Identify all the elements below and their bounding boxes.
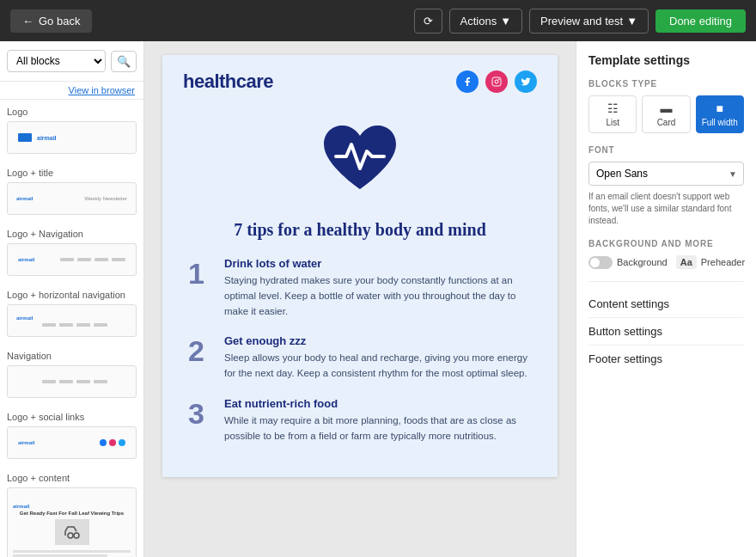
instagram-icon[interactable]: [485, 70, 508, 93]
blocks-filter-select[interactable]: All blocks: [7, 50, 106, 72]
block-label-logo-content: Logo + content: [7, 473, 137, 483]
card-icon: ▬: [660, 101, 672, 115]
content-settings-link[interactable]: Content settings: [588, 291, 744, 318]
svg-point-3: [495, 80, 498, 83]
block-section-logo: Logo airmail: [0, 100, 143, 161]
tip-desc-3: While it may require a bit more planning…: [224, 413, 532, 444]
preview-label: Preview and test: [540, 15, 623, 28]
svg-point-1: [74, 533, 79, 538]
tip-title-3: Eat nutrient-rich food: [224, 397, 532, 410]
search-icon: 🔍: [117, 55, 131, 68]
button-settings-link[interactable]: Button settings: [588, 318, 744, 346]
block-label-navigation: Navigation: [7, 351, 137, 361]
tip-title-2: Get enough zzz: [224, 334, 532, 347]
tip-row-3: 3 Eat nutrient-rich food While it may re…: [188, 397, 532, 444]
right-sidebar: Template settings BLOCKS TYPE ☷ List ▬ C…: [576, 41, 756, 557]
actions-button[interactable]: Actions ▼: [449, 9, 523, 34]
tip-title-1: Drink lots of water: [224, 257, 532, 270]
main-layout: All blocks 🔍 View in browser Logo airmai…: [0, 41, 756, 557]
background-toggle[interactable]: [588, 256, 613, 269]
font-label: FONT: [588, 145, 744, 155]
block-preview-logo-title[interactable]: airmail Weekly Newsletter: [7, 182, 137, 215]
settings-divider: [588, 281, 744, 282]
tip-row-1: 1 Drink lots of water Staying hydrated m…: [188, 257, 532, 319]
tip-row-2: 2 Get enough zzz Sleep allows your body …: [188, 334, 532, 382]
background-label: Background: [617, 257, 668, 267]
preview-button[interactable]: Preview and test ▼: [529, 9, 649, 34]
history-button[interactable]: ⟳: [414, 9, 442, 34]
bg-toggles: Background Aa Preheader: [588, 255, 744, 269]
svg-rect-2: [492, 77, 501, 86]
actions-label: Actions: [460, 15, 497, 28]
block-preview-navigation[interactable]: [7, 365, 137, 398]
list-icon: ☷: [607, 101, 619, 115]
heart-health-icon: [317, 120, 403, 198]
email-social-icons: [456, 70, 537, 93]
go-back-button[interactable]: ← Go back: [10, 9, 92, 33]
block-label-logo-title: Logo + title: [7, 168, 137, 178]
full-width-type-button[interactable]: ■ Full width: [696, 95, 744, 133]
tip-content-2: Get enough zzz Sleep allows your body to…: [224, 334, 532, 382]
topbar: ← Go back ⟳ Actions ▼ Preview and test ▼…: [0, 0, 756, 41]
chevron-down-icon: ▼: [500, 15, 511, 28]
aa-badge: Aa: [676, 255, 697, 269]
chevron-down-icon-2: ▼: [626, 15, 637, 28]
block-label-logo-nav: Logo + Navigation: [7, 229, 137, 239]
go-back-label: Go back: [39, 15, 80, 28]
email-header: healthcare: [162, 55, 558, 103]
facebook-icon[interactable]: [456, 70, 479, 93]
tip-content-3: Eat nutrient-rich food While it may requ…: [224, 397, 532, 444]
email-main-title: 7 tips for a healthy body and mind: [188, 220, 532, 240]
email-body: 7 tips for a healthy body and mind 1 Dri…: [162, 206, 558, 477]
toggle-knob: [590, 258, 600, 267]
block-section-navigation: Navigation: [0, 344, 143, 405]
preheader-label: Preheader: [701, 257, 745, 267]
font-section: FONT Open Sans ▼ If an email client does…: [588, 145, 744, 227]
tip-content-1: Drink lots of water Staying hydrated mak…: [224, 257, 532, 319]
tip-desc-1: Staying hydrated makes sure your body co…: [224, 273, 532, 319]
blocks-type-row: ☷ List ▬ Card ■ Full width: [588, 95, 744, 133]
block-preview-logo-social[interactable]: airmail: [7, 426, 137, 459]
tip-desc-2: Sleep allows your body to heal and recha…: [224, 351, 532, 382]
block-label-logo: Logo: [7, 107, 137, 117]
block-section-logo-nav: Logo + Navigation airmail: [0, 222, 143, 283]
arrow-left-icon: ←: [22, 15, 34, 28]
card-type-button[interactable]: ▬ Card: [642, 95, 690, 133]
done-editing-button[interactable]: Done editing: [655, 9, 746, 33]
block-section-logo-title: Logo + title airmail Weekly Newsletter: [0, 161, 143, 222]
block-preview-logo-content[interactable]: airmail Get Ready Fast For Fall Leaf Vie…: [7, 487, 137, 557]
block-section-logo-horiz-nav: Logo + horizontal navigation airmail: [0, 283, 143, 344]
sidebar-filter-bar: All blocks 🔍: [0, 41, 143, 82]
done-editing-label: Done editing: [669, 15, 732, 28]
block-preview-logo-nav[interactable]: airmail: [7, 243, 137, 276]
font-select[interactable]: Open Sans: [588, 162, 744, 186]
twitter-icon[interactable]: [515, 70, 537, 93]
email-canvas: healthcare: [162, 55, 558, 477]
svg-point-4: [498, 79, 499, 80]
block-preview-logo[interactable]: airmail: [7, 121, 137, 154]
svg-point-0: [68, 533, 73, 538]
settings-title: Template settings: [588, 53, 744, 67]
view-in-browser-link[interactable]: View in browser: [0, 82, 143, 100]
block-label-logo-social: Logo + social links: [7, 412, 137, 422]
tip-number-3: 3: [188, 399, 212, 428]
bg-section: BACKGROUND AND MORE Background Aa Prehea…: [588, 239, 744, 269]
bg-label: BACKGROUND AND MORE: [588, 239, 744, 248]
preheader-toggle-item[interactable]: Aa Preheader: [676, 255, 745, 269]
tip-number-2: 2: [188, 336, 212, 365]
left-sidebar: All blocks 🔍 View in browser Logo airmai…: [0, 41, 144, 557]
tip-number-1: 1: [188, 259, 212, 288]
block-preview-logo-horiz-nav[interactable]: airmail: [7, 304, 137, 337]
full-width-icon: ■: [716, 101, 723, 115]
font-select-wrap: Open Sans ▼: [588, 162, 744, 186]
email-logo: healthcare: [183, 70, 273, 93]
email-hero: [162, 103, 558, 206]
blocks-type-label: BLOCKS TYPE: [588, 79, 744, 89]
block-section-logo-social: Logo + social links airmail: [0, 405, 143, 466]
font-note: If an email client doesn't support web f…: [588, 191, 744, 227]
footer-settings-link[interactable]: Footer settings: [588, 346, 744, 372]
search-button[interactable]: 🔍: [111, 51, 137, 72]
block-section-logo-content: Logo + content airmail Get Ready Fast Fo…: [0, 466, 143, 557]
background-toggle-item[interactable]: Background: [588, 256, 668, 269]
list-type-button[interactable]: ☷ List: [588, 95, 637, 133]
